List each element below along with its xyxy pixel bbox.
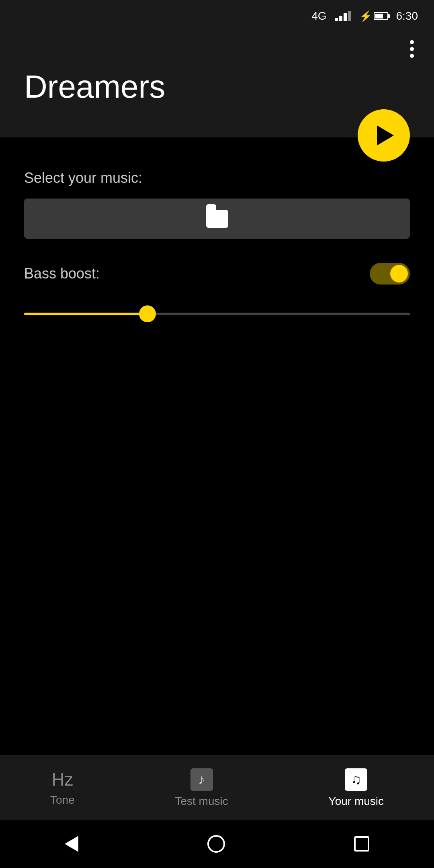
signal-label: 4G: [311, 10, 326, 23]
back-button[interactable]: [65, 836, 78, 852]
toggle-track: [370, 263, 410, 285]
back-icon: [65, 836, 78, 852]
tab-tone-label: Tone: [50, 794, 75, 807]
play-button[interactable]: [358, 109, 410, 162]
slider-thumb: [139, 305, 156, 322]
more-options-button[interactable]: [410, 40, 414, 58]
clock: 6:30: [396, 10, 418, 23]
tab-your-music-label: Your music: [329, 795, 384, 808]
recents-icon: [354, 836, 369, 852]
bottom-navigation: Hz Tone ♪ Test music ♫ Your music: [0, 755, 434, 820]
select-music-label: Select your music:: [24, 170, 410, 186]
dot-3: [410, 54, 414, 58]
dot-2: [410, 47, 414, 51]
signal-icon: [335, 11, 351, 21]
toggle-thumb: [390, 265, 408, 283]
battery-icon: ⚡: [359, 10, 388, 23]
play-icon: [377, 125, 394, 145]
app-title: Dreamers: [24, 68, 410, 105]
bass-boost-label: Bass boost:: [24, 265, 100, 282]
file-picker-button[interactable]: [24, 199, 410, 239]
folder-icon: [206, 210, 228, 228]
tab-test-music-label: Test music: [175, 795, 228, 808]
home-button[interactable]: [207, 835, 225, 853]
tab-test-music[interactable]: ♪ Test music: [167, 764, 236, 812]
home-icon: [207, 835, 225, 853]
header: Dreamers: [0, 32, 434, 137]
tab-tone[interactable]: Hz Tone: [42, 766, 83, 811]
bass-boost-toggle[interactable]: [370, 263, 410, 285]
slider-fill: [24, 313, 147, 315]
slider-track: [24, 313, 410, 315]
your-music-icon: ♫: [345, 768, 367, 791]
system-navigation: [0, 820, 434, 868]
bass-boost-row: Bass boost:: [24, 263, 410, 285]
main-content: Select your music: Bass boost:: [0, 137, 434, 339]
hz-icon: Hz: [51, 770, 73, 790]
dot-1: [410, 40, 414, 44]
recents-button[interactable]: [354, 836, 369, 852]
bass-boost-slider[interactable]: [24, 305, 410, 323]
test-music-icon: ♪: [190, 768, 213, 791]
status-bar: 4G ⚡ 6:30: [0, 0, 434, 32]
tab-your-music[interactable]: ♫ Your music: [321, 764, 392, 812]
